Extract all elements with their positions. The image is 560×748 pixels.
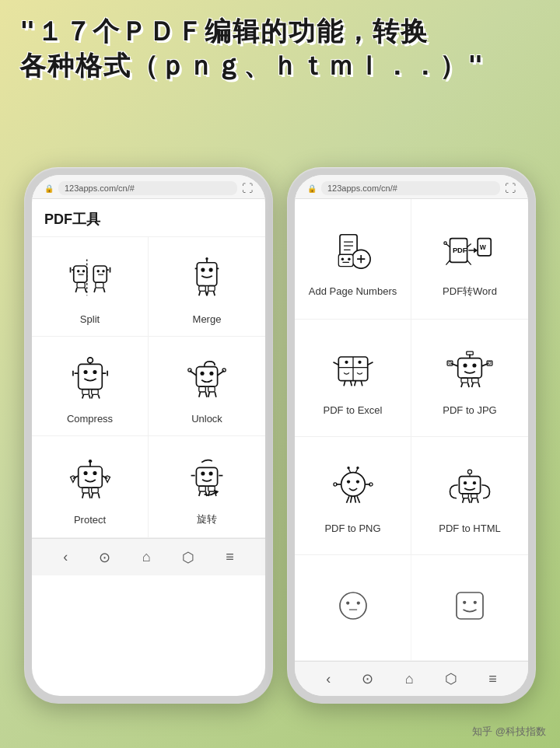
- svg-line-31: [214, 291, 215, 295]
- svg-point-137: [355, 480, 359, 483]
- right-back-icon[interactable]: ‹: [326, 671, 331, 687]
- pdf-to-png-label: PDF to PNG: [324, 523, 380, 534]
- svg-line-106: [467, 260, 471, 265]
- svg-rect-22: [199, 286, 205, 292]
- expand-icon: ⛶: [242, 182, 253, 194]
- svg-line-146: [346, 496, 348, 503]
- svg-line-56: [199, 392, 201, 397]
- tool-protect[interactable]: Protect: [32, 436, 149, 538]
- pdf-to-html-icon: [442, 460, 498, 516]
- right-status-bar: 🔒 123apps.com/cn/# ⛶: [295, 175, 528, 199]
- tool-split[interactable]: Split: [32, 237, 149, 337]
- svg-point-35: [87, 358, 93, 363]
- pdf-to-excel-icon: [325, 342, 381, 398]
- svg-point-140: [347, 467, 349, 469]
- svg-line-148: [350, 496, 352, 503]
- svg-line-59: [215, 392, 216, 397]
- svg-point-120: [472, 364, 476, 368]
- svg-rect-60: [78, 467, 102, 488]
- tool-more-1[interactable]: [295, 555, 411, 662]
- svg-point-167: [474, 601, 477, 604]
- svg-line-131: [461, 383, 463, 387]
- svg-point-151: [464, 481, 467, 484]
- svg-line-159: [471, 498, 473, 503]
- add-page-numbers-icon: [325, 223, 381, 279]
- svg-line-46: [98, 394, 100, 398]
- tool-rotate[interactable]: 旋转: [149, 436, 265, 538]
- svg-line-17: [103, 288, 105, 292]
- tool-merge[interactable]: Merge: [149, 237, 265, 337]
- svg-point-27: [205, 257, 208, 260]
- tool-pdf-to-png[interactable]: PDF to PNG: [295, 437, 411, 555]
- right-home-icon[interactable]: ⌂: [405, 671, 414, 687]
- svg-point-94: [348, 258, 350, 260]
- svg-point-53: [222, 369, 226, 372]
- svg-line-132: [467, 383, 469, 387]
- home-circle-icon[interactable]: ⊙: [99, 549, 110, 566]
- tool-more-2[interactable]: [411, 555, 528, 662]
- svg-point-33: [83, 370, 87, 374]
- layers-icon[interactable]: ⬡: [182, 549, 194, 566]
- tool-compress[interactable]: Compress: [32, 337, 149, 436]
- svg-point-62: [93, 470, 96, 474]
- svg-line-14: [75, 288, 77, 292]
- right-layers-icon[interactable]: ⬡: [445, 670, 457, 687]
- svg-rect-47: [196, 367, 217, 387]
- svg-line-71: [91, 493, 93, 498]
- rotate-label: 旋转: [197, 512, 217, 526]
- tool-add-page-numbers[interactable]: Add Page Numbers: [295, 199, 411, 320]
- svg-rect-23: [208, 286, 215, 292]
- tool-pdf-to-jpg[interactable]: PDF to JPG: [411, 320, 528, 438]
- svg-point-48: [201, 372, 205, 376]
- svg-line-113: [350, 381, 352, 386]
- svg-line-160: [477, 498, 478, 503]
- svg-point-75: [209, 472, 213, 476]
- svg-line-105: [446, 260, 450, 265]
- svg-point-20: [201, 268, 205, 272]
- right-url-bar[interactable]: 123apps.com/cn/#: [321, 181, 500, 195]
- svg-point-135: [341, 472, 365, 496]
- right-tools-grid: Add Page Numbers PDF W: [295, 199, 528, 661]
- home-icon[interactable]: ⌂: [142, 549, 151, 565]
- back-icon[interactable]: ‹: [63, 549, 68, 565]
- pdf-to-word-label: PDF转Word: [443, 285, 497, 299]
- svg-point-52: [188, 369, 191, 372]
- svg-text:PDF: PDF: [453, 246, 467, 254]
- svg-point-2: [77, 270, 79, 272]
- svg-rect-12: [77, 282, 85, 288]
- tool-pdf-to-html[interactable]: PDF to HTML: [411, 437, 528, 555]
- svg-point-141: [356, 467, 359, 469]
- left-tools-grid: Split: [32, 237, 265, 538]
- svg-rect-68: [91, 488, 98, 493]
- svg-line-15: [85, 288, 86, 292]
- svg-point-93: [341, 258, 343, 260]
- svg-point-74: [201, 472, 205, 476]
- protect-label: Protect: [74, 514, 106, 526]
- left-url-bar[interactable]: 123apps.com/cn/#: [58, 181, 237, 195]
- svg-line-58: [208, 392, 210, 397]
- svg-rect-13: [95, 282, 103, 288]
- svg-point-64: [88, 460, 91, 463]
- right-menu-icon[interactable]: ≡: [488, 671, 497, 687]
- menu-icon[interactable]: ≡: [226, 549, 234, 565]
- tool-pdf-to-word[interactable]: PDF W PDF转Word: [411, 199, 528, 320]
- left-bottom-bar: ‹ ⊙ ⌂ ⬡ ≡: [32, 538, 265, 575]
- svg-line-43: [82, 394, 83, 398]
- svg-line-157: [463, 498, 464, 503]
- svg-rect-130: [472, 378, 479, 383]
- svg-line-158: [468, 498, 470, 503]
- headline: "１７个ＰＤＦ编辑的功能，转换 各种格式（ｐｎｇ、ｈｔｍｌ．．）": [8, 14, 552, 82]
- unlock-label: Unlock: [191, 413, 222, 425]
- svg-point-103: [444, 242, 446, 244]
- tool-unlock[interactable]: Unlock: [149, 337, 265, 436]
- merge-icon: [179, 251, 235, 307]
- tool-pdf-to-excel[interactable]: PDF to Excel: [295, 320, 411, 438]
- svg-rect-156: [471, 494, 478, 498]
- rotate-icon: [179, 450, 235, 506]
- svg-line-69: [82, 493, 83, 498]
- svg-point-34: [93, 370, 96, 374]
- right-home-circle-icon[interactable]: ⊙: [362, 670, 373, 687]
- left-status-bar: 🔒 123apps.com/cn/# ⛶: [32, 175, 265, 199]
- svg-line-116: [333, 362, 338, 365]
- svg-line-81: [199, 491, 201, 496]
